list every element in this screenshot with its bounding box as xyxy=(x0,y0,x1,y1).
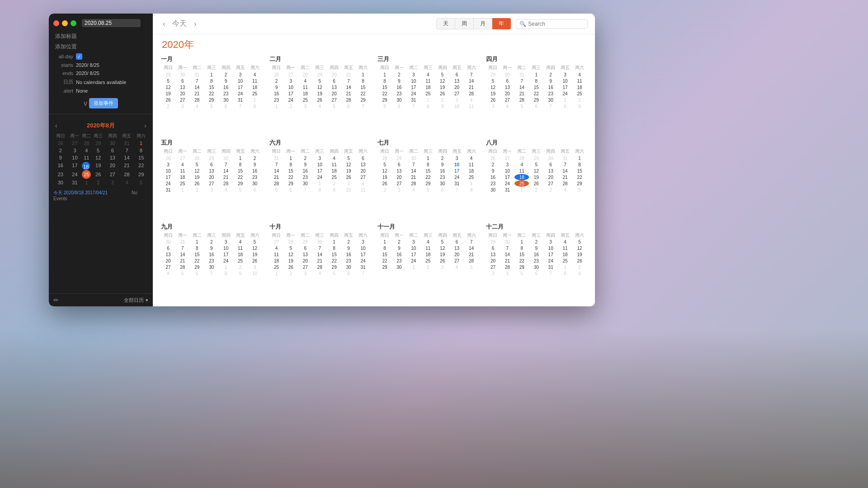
month-february: 二月 周日周一周二周三周四周五周六 2627282930311 2345678 … xyxy=(267,53,373,135)
mini-day[interactable]: 27 xyxy=(68,140,82,147)
all-day-checkbox[interactable] xyxy=(76,53,82,60)
mini-cal-next[interactable]: › xyxy=(142,122,148,129)
mini-day[interactable]: 5 xyxy=(134,179,148,186)
mini-day[interactable]: 11 xyxy=(82,154,91,161)
expand-icon[interactable]: v xyxy=(84,100,87,107)
mini-weekday-fri: 周五 xyxy=(120,132,134,140)
mini-day[interactable]: 26 xyxy=(91,170,105,179)
alert-row: alert None xyxy=(55,88,146,94)
form-buttons: v 添加事件 xyxy=(49,96,153,110)
mini-day[interactable]: 23 xyxy=(53,170,68,179)
mini-weekday-sun: 周日 xyxy=(53,132,68,140)
mini-day[interactable]: 29 xyxy=(91,140,105,147)
mini-day[interactable]: 19 xyxy=(91,161,105,170)
mini-day[interactable]: 14 xyxy=(120,154,134,161)
all-calendars-label: 全部日历 xyxy=(124,297,144,304)
mini-day[interactable]: 26 xyxy=(53,140,68,147)
view-week-button[interactable]: 周 xyxy=(455,18,474,29)
add-location-link[interactable]: 添加位置 xyxy=(55,43,146,51)
mini-day[interactable]: 20 xyxy=(105,161,120,170)
calendar-label: 日历 xyxy=(55,79,73,85)
month-june: 六月 周日周一周二周三周四周五周六 31123456 78910111213 1… xyxy=(267,137,373,219)
date-link-2[interactable]: 2017/04/21 xyxy=(85,190,108,195)
search-icon: 🔍 xyxy=(519,21,526,27)
mini-day[interactable]: 30 xyxy=(53,179,68,186)
mini-calendar: ‹ 2020年8月 › 周日 周一 周二 周三 周四 周五 周六 xyxy=(49,118,153,190)
minimize-button[interactable] xyxy=(62,20,68,26)
month-november: 十一月 周日周一周二周三周四周五周六 1234567 891011121314 … xyxy=(375,221,481,303)
ends-row: ends 2020/ 8/25 xyxy=(55,70,146,76)
mini-day[interactable]: 21 xyxy=(120,161,134,170)
all-calendars-button[interactable]: 全部日历 ▾ xyxy=(124,297,148,304)
mini-day[interactable]: 16 xyxy=(53,161,68,170)
close-button[interactable] xyxy=(53,20,59,26)
mini-day[interactable]: 12 xyxy=(91,154,105,161)
prev-button[interactable]: ‹ xyxy=(160,19,168,29)
search-input[interactable] xyxy=(528,21,584,27)
mini-day[interactable]: 3 xyxy=(105,179,120,186)
mini-day[interactable]: 5 xyxy=(91,147,105,154)
all-day-label: all-day xyxy=(55,54,73,59)
month-title-nov: 十一月 xyxy=(377,223,479,231)
mini-cal-title: 2020年8月 xyxy=(87,122,115,130)
today-link[interactable]: 今天 2020/8/18 xyxy=(53,190,84,195)
month-title-dec: 十二月 xyxy=(486,223,587,231)
mini-day[interactable]: 1 xyxy=(82,179,91,186)
mini-day[interactable]: 31 xyxy=(120,140,134,147)
ends-label: ends xyxy=(55,70,73,76)
mini-weekday-thu: 周四 xyxy=(105,132,120,140)
mini-day[interactable]: 2 xyxy=(91,179,105,186)
mini-day[interactable]: 6 xyxy=(105,147,120,154)
month-title-oct: 十月 xyxy=(269,223,371,231)
mini-day[interactable]: 31 xyxy=(68,179,82,186)
add-title-link[interactable]: 添加标题 xyxy=(55,33,146,40)
starts-label: starts xyxy=(55,62,73,68)
next-button[interactable]: › xyxy=(191,19,199,29)
view-year-button[interactable]: 年 xyxy=(492,18,511,29)
mini-day[interactable]: 4 xyxy=(82,147,91,154)
mini-day[interactable]: 3 xyxy=(68,147,82,154)
month-july: 七月 周日周一周二周三周四周五周六 2829301234 567891011 1… xyxy=(375,137,481,219)
mini-cal-header: ‹ 2020年8月 › xyxy=(53,122,148,130)
month-march: 三月 周日周一周二周三周四周五周六 1234567 891011121314 1… xyxy=(375,53,481,135)
mini-cal-prev[interactable]: ‹ xyxy=(53,122,59,129)
mini-day[interactable]: 9 xyxy=(53,154,68,161)
month-title-feb: 二月 xyxy=(269,55,371,63)
mini-day[interactable]: 28 xyxy=(120,170,134,179)
view-toggle: 天 周 月 年 xyxy=(436,18,511,29)
date-input[interactable] xyxy=(82,19,141,27)
today-button[interactable]: 今天 xyxy=(170,18,189,29)
month-january: 一月 周日周一周二周三周四周五周六 2930311234 567891011 1… xyxy=(158,53,265,135)
mini-day[interactable]: 27 xyxy=(105,170,120,179)
year-title: 2020年 xyxy=(153,34,595,53)
ends-value: 2020/ 8/25 xyxy=(76,70,99,76)
add-event-button[interactable]: 添加事件 xyxy=(89,98,118,108)
view-day-button[interactable]: 天 xyxy=(436,18,455,29)
mini-day[interactable]: 7 xyxy=(120,147,134,154)
mini-day[interactable]: 1 xyxy=(134,140,148,147)
mini-day[interactable]: 13 xyxy=(105,154,120,161)
mini-day[interactable]: 22 xyxy=(134,161,148,170)
mini-day[interactable]: 29 xyxy=(134,170,148,179)
toolbar-nav: ‹ 今天 › xyxy=(160,18,199,29)
edit-icon[interactable]: ✏ xyxy=(53,296,59,304)
mini-day[interactable]: 30 xyxy=(105,140,120,147)
mini-day[interactable]: 4 xyxy=(120,179,134,186)
month-october: 十月 周日周一周二周三周四周五周六 27282930123 45678910 1… xyxy=(267,221,373,303)
mini-day[interactable]: 17 xyxy=(68,161,82,170)
maximize-button[interactable] xyxy=(71,20,76,26)
month-title-jan: 一月 xyxy=(161,55,262,63)
mini-day[interactable]: 28 xyxy=(82,140,91,147)
mini-day-selected[interactable]: 25 xyxy=(82,170,91,179)
mini-day[interactable]: 10 xyxy=(68,154,82,161)
year-grid: 一月 周日周一周二周三周四周五周六 2930311234 567891011 1… xyxy=(153,53,595,306)
mini-day[interactable]: 2 xyxy=(53,147,68,154)
alert-label: alert xyxy=(55,88,73,94)
mini-day[interactable]: 15 xyxy=(134,154,148,161)
mini-calendar-grid: 周日 周一 周二 周三 周四 周五 周六 26 27 28 29 xyxy=(53,132,148,186)
mini-day[interactable]: 8 xyxy=(134,147,148,154)
view-month-button[interactable]: 月 xyxy=(474,18,492,29)
mini-day-today[interactable]: 18 xyxy=(82,162,90,170)
mini-weekday-sat: 周六 xyxy=(134,132,148,140)
mini-day[interactable]: 24 xyxy=(68,170,82,179)
